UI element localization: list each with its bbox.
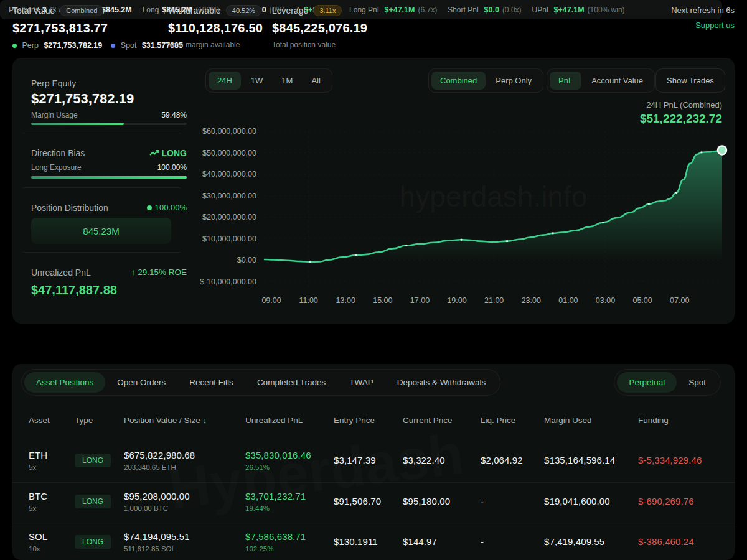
leverage-sub: Total position value [272,40,367,49]
metric-pnl[interactable]: PnL [550,72,581,90]
svg-text:$50,000,000.00: $50,000,000.00 [202,149,256,157]
long-exposure-row: Long Exposure 100.00% [31,163,187,172]
toggle-perpetual[interactable]: Perpetual [617,372,677,393]
chart-caption-label: 24H PnL (Combined) [640,100,722,110]
tab-twap[interactable]: TWAP [337,372,385,393]
funding-value: $-386,460.24 [638,536,718,547]
position-size: 203,340.65 ETH [124,464,245,471]
table-row-eth[interactable]: ETH5x LONG $675,822,980.68203,340.65 ETH… [12,440,735,480]
svg-text:09:00: 09:00 [261,296,281,305]
range-1w[interactable]: 1W [242,72,272,90]
row-upnl-pct: 19.44% [245,505,334,512]
margin-used: $7,419,409.55 [544,536,638,547]
asset-leverage: 5x [29,464,75,471]
refresh-countdown: Next refresh in 6s [671,6,735,15]
scope-perp-only[interactable]: Perp Only [487,72,540,90]
position-size: 1,000.00 BTC [124,505,245,512]
perp-dot-icon [12,44,17,48]
position-distribution-box[interactable]: 845.23M [31,218,171,244]
long-badge: LONG [75,495,111,508]
metric-account-value[interactable]: Account Value [583,72,652,90]
col-position-value[interactable]: Position Value / Size↓ [124,416,245,425]
liq-price: - [481,496,544,506]
tab-completed-trades[interactable]: Completed Trades [245,372,337,393]
range-24h[interactable]: 24H [209,72,241,90]
total-value-block: Total Value Combined $271,753,813.77 Per… [12,5,183,50]
col-funding[interactable]: Funding [638,416,718,425]
tab-recent-fills[interactable]: Recent Fills [177,372,245,393]
position-value: $74,194,095.51 [124,531,245,542]
roe-value: 29.15% ROE [138,268,187,277]
spot-label: Spot [121,41,137,50]
pnl-chart-svg: $60,000,000.00$50,000,000.00$40,000,000.… [199,121,735,308]
svg-text:01:00: 01:00 [558,296,578,305]
svg-text:19:00: 19:00 [447,296,466,305]
range-1m[interactable]: 1M [273,72,301,90]
svg-text:21:00: 21:00 [484,296,504,305]
table-row-sol[interactable]: SOL10x LONG $74,194,095.51511,612.85 SOL… [12,521,735,560]
support-us-link[interactable]: Support us [671,21,735,30]
col-liq-price[interactable]: Liq. Price [481,416,544,425]
positions-tabs: Asset Positions Open Orders Recent Fills… [21,369,500,396]
perp-equity-label: Perp Equity [31,78,76,88]
col-entry-price[interactable]: Entry Price [334,416,403,425]
col-type: Type [75,416,124,425]
col-current-price[interactable]: Current Price [403,416,481,425]
asset-leverage: 5x [29,505,75,512]
svg-text:$20,000,000.00: $20,000,000.00 [202,213,256,222]
position-distribution-value: 845.23M [83,226,119,236]
market-toggle: Perpetual Spot [614,369,721,396]
position-distribution-row: Position Distribution 100.00% [31,203,187,213]
margin-usage-row: Margin Usage 59.48% [31,111,187,119]
withdrawable-block: Withdrawable 40.52% $110,128,176.50 Free… [168,5,263,49]
position-distribution-label: Position Distribution [31,203,108,213]
unrealized-pnl-row: Unrealized PnL ↑ 29.15% ROE [31,268,187,278]
perp-legend: Perp $271,753,782.19 [12,41,102,50]
top-summary-header: Total Value Combined $271,753,813.77 Per… [0,0,747,56]
asset-symbol: SOL [29,531,75,542]
total-value: $271,753,813.77 [12,21,183,35]
asset-symbol: BTC [29,491,75,502]
tab-deposits-withdrawals[interactable]: Deposits & Withdrawals [385,372,498,393]
spot-dot-icon [111,44,115,48]
table-row-btc[interactable]: BTC5x LONG $95,208,000.001,000.00 BTC $3… [12,481,735,521]
withdrawable-value: $110,128,176.50 [168,21,263,35]
portfolio-card: Perp Equity $271,753,782.19 Margin Usage… [12,58,735,324]
toggle-spot[interactable]: Spot [677,372,718,393]
pnl-chart[interactable]: $60,000,000.00$50,000,000.00$40,000,000.… [199,121,735,308]
tab-asset-positions[interactable]: Asset Positions [24,372,105,393]
positions-card: Hyperdash Asset Positions Open Orders Re… [12,364,735,560]
svg-text:$0.00: $0.00 [237,256,256,264]
metric-selector: PnL Account Value [547,68,655,93]
svg-text:23:00: 23:00 [522,296,541,305]
leverage-badge: 3.11x [313,5,342,16]
svg-text:$30,000,000.00: $30,000,000.00 [202,192,256,200]
leverage-label: Leverage [272,6,308,16]
svg-text:$10,000,000.00: $10,000,000.00 [202,235,256,243]
svg-text:03:00: 03:00 [596,296,615,305]
svg-text:17:00: 17:00 [410,296,430,305]
col-unrealized-pnl[interactable]: Unrealized PnL [245,416,334,425]
asset-symbol: ETH [29,450,75,460]
col-asset: Asset [29,416,75,425]
long-exposure-bar [31,176,187,179]
svg-text:$-10,000,000.00: $-10,000,000.00 [200,278,256,286]
distribution-dot-icon [147,205,152,210]
margin-used: $19,041,600.00 [544,496,638,506]
position-value: $675,822,980.68 [124,450,245,460]
direction-bias-label: Direction Bias [31,148,85,158]
withdrawable-label: Withdrawable [168,6,221,16]
perp-value: $271,753,782.19 [44,41,102,50]
table-header: Asset Type Position Value / Size↓ Unreal… [12,408,735,432]
liq-price: - [481,536,544,547]
current-price: $144.97 [403,536,481,547]
col-margin-used[interactable]: Margin Used [544,416,638,425]
scope-combined[interactable]: Combined [431,72,486,90]
svg-text:13:00: 13:00 [336,296,355,305]
tab-open-orders[interactable]: Open Orders [105,372,177,393]
current-price: $95,180.00 [403,496,481,506]
range-all[interactable]: All [303,72,329,90]
position-distribution-pct: 100.00% [155,203,187,212]
entry-price: $91,506.70 [334,496,403,506]
show-trades-button[interactable]: Show Trades [655,68,725,93]
